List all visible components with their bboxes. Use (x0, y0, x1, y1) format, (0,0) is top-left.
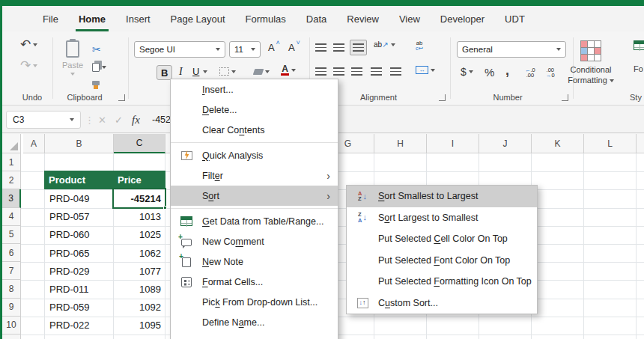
name-box[interactable]: C3 (6, 111, 81, 129)
increase-indent-button[interactable] (390, 67, 401, 76)
copy-button[interactable] (92, 63, 106, 72)
cell-B3[interactable]: PRD-049 (45, 189, 114, 207)
row-header-8[interactable]: 8 (2, 280, 21, 298)
align-left-button[interactable] (315, 67, 326, 76)
cell-B2[interactable]: Product (44, 171, 114, 189)
context-menu-item-filter[interactable]: Filter› (171, 165, 338, 186)
fx-icon[interactable]: fx (132, 111, 140, 129)
cell-B5[interactable]: PRD-060 (45, 226, 114, 244)
context-menu-item-new-comment[interactable]: New Comment (171, 231, 338, 251)
redo-button[interactable]: ↷ (20, 60, 37, 72)
sort-submenu-item-put-selected-font-color-on-top[interactable]: Put Selected Font Color On Top (347, 250, 537, 272)
borders-button[interactable] (219, 67, 236, 76)
wrap-text-button[interactable]: abc↩ (416, 40, 423, 51)
tab-home[interactable]: Home (76, 6, 109, 31)
conditional-formatting-label[interactable]: Conditional Formatting (557, 64, 625, 85)
select-all-corner[interactable] (2, 134, 21, 153)
cell-B7[interactable]: PRD-029 (45, 262, 114, 280)
font-name-combo[interactable]: Segoe UI (134, 41, 225, 58)
middle-align-button[interactable] (333, 43, 344, 52)
number-dialog-launcher-icon[interactable] (562, 94, 568, 101)
increase-decimal-button[interactable]: ←.0.00 (525, 67, 535, 78)
enter-icon[interactable]: ✓ (115, 111, 123, 129)
row-header-10[interactable]: 10 (2, 317, 21, 335)
sort-submenu-item-sort-largest-to-smallest[interactable]: ZA↓Sort Largest to Smallest (347, 207, 537, 229)
tab-view[interactable]: View (396, 6, 423, 31)
bottom-align-button[interactable] (350, 40, 367, 55)
cell-B6[interactable]: PRD-065 (45, 244, 114, 262)
context-menu-item-define-name[interactable]: Define Name... (171, 312, 338, 332)
cell-C6[interactable]: 1062 (114, 244, 165, 262)
cut-button[interactable]: ✂ (92, 43, 101, 55)
cell-B4[interactable]: PRD-057 (45, 208, 114, 226)
tab-udt[interactable]: UDT (502, 6, 528, 31)
fill-color-button[interactable] (254, 69, 270, 75)
row-header-6[interactable]: 6 (2, 244, 21, 262)
currency-button[interactable]: $ (461, 66, 473, 78)
conditional-formatting-button[interactable] (580, 40, 601, 61)
sort-submenu-item-sort-smallest-to-largest[interactable]: AZ↓Sort Smallest to Largest (347, 186, 537, 207)
underline-button[interactable]: U (191, 66, 207, 77)
cell-C5[interactable]: 1025 (114, 226, 165, 244)
merge-center-button[interactable]: ↔ (416, 66, 435, 74)
cell-C7[interactable]: 1077 (114, 262, 165, 280)
column-header-C[interactable]: C (114, 134, 165, 153)
italic-button[interactable]: I (177, 66, 185, 78)
cell-C4[interactable]: 1013 (114, 208, 165, 226)
increase-font-button[interactable]: A˄ (268, 42, 275, 53)
tab-file[interactable]: File (40, 6, 61, 31)
column-header-J[interactable]: J (479, 134, 532, 153)
cancel-icon[interactable]: ✕ (98, 111, 106, 129)
percent-button[interactable]: % (484, 66, 494, 79)
sort-submenu-item-put-selected-cell-color-on-top[interactable]: Put Selected Cell Color On Top (347, 228, 537, 250)
column-header-partial[interactable] (637, 134, 644, 153)
alignment-dialog-launcher-icon[interactable] (439, 94, 446, 101)
decrease-indent-button[interactable] (371, 67, 382, 76)
tab-insert[interactable]: Insert (123, 6, 154, 31)
format-as-table-button[interactable] (634, 40, 644, 50)
tab-data[interactable]: Data (303, 6, 329, 31)
font-color-button[interactable]: A (281, 65, 296, 76)
context-menu-item-new-note[interactable]: New Note (171, 251, 338, 272)
sort-submenu-item-put-selected-formatting-icon-on-top[interactable]: Put Selected Formatting Icon On Top (347, 271, 537, 293)
context-menu-item-get-data-from-table-range[interactable]: Get Data from Table/Range... (171, 211, 338, 231)
tab-developer[interactable]: Developer (437, 6, 487, 31)
cell-C8[interactable]: 1089 (114, 280, 165, 298)
sort-submenu-item-custom-sort[interactable]: ↓↑Custom Sort... (347, 293, 537, 314)
cell-C2[interactable]: Price (113, 171, 165, 189)
tab-page-layout[interactable]: Page Layout (168, 6, 228, 31)
context-menu-item-sort[interactable]: Sort› (171, 186, 338, 206)
cell-C11[interactable]: 1109 (114, 335, 165, 339)
cell-B9[interactable]: PRD-059 (45, 299, 114, 317)
cell-C10[interactable]: 1095 (114, 317, 165, 335)
context-menu-item-pick-from-drop-down-list[interactable]: Pick From Drop-down List... (171, 292, 338, 312)
row-header-4[interactable]: 4 (2, 208, 21, 226)
fill-handle[interactable] (163, 206, 167, 210)
align-center-button[interactable] (333, 67, 344, 76)
row-header-7[interactable]: 7 (2, 262, 21, 280)
context-menu-item-insert[interactable]: Insert... (171, 79, 338, 100)
align-right-button[interactable] (351, 67, 362, 76)
bold-button[interactable]: B (157, 65, 172, 80)
comma-button[interactable]: , (505, 63, 509, 79)
column-header-H[interactable]: H (374, 134, 427, 153)
context-menu-item-delete[interactable]: Delete... (171, 100, 338, 120)
tab-formulas[interactable]: Formulas (243, 6, 289, 31)
context-menu-item-quick-analysis[interactable]: Quick Analysis (171, 145, 338, 165)
row-header-1[interactable]: 1 (2, 153, 21, 171)
format-painter-button[interactable] (92, 81, 100, 85)
row-header-3[interactable]: 3 (2, 189, 21, 207)
column-header-K[interactable]: K (532, 134, 584, 153)
cell-B10[interactable]: PRD-022 (45, 317, 114, 335)
row-header-2[interactable]: 2 (2, 171, 21, 189)
cell-B8[interactable]: PRD-011 (45, 280, 114, 298)
row-header-11[interactable]: 11 (2, 335, 21, 339)
row-header-9[interactable]: 9 (2, 299, 21, 317)
decrease-font-button[interactable]: A˅ (288, 42, 295, 53)
tab-review[interactable]: Review (344, 6, 382, 31)
orientation-button[interactable]: ab↗ (374, 42, 395, 47)
font-size-combo[interactable]: 11 (229, 41, 261, 58)
context-menu-item-format-cells[interactable]: Format Cells... (171, 272, 338, 292)
column-header-B[interactable]: B (45, 134, 114, 153)
row-header-5[interactable]: 5 (2, 226, 21, 244)
